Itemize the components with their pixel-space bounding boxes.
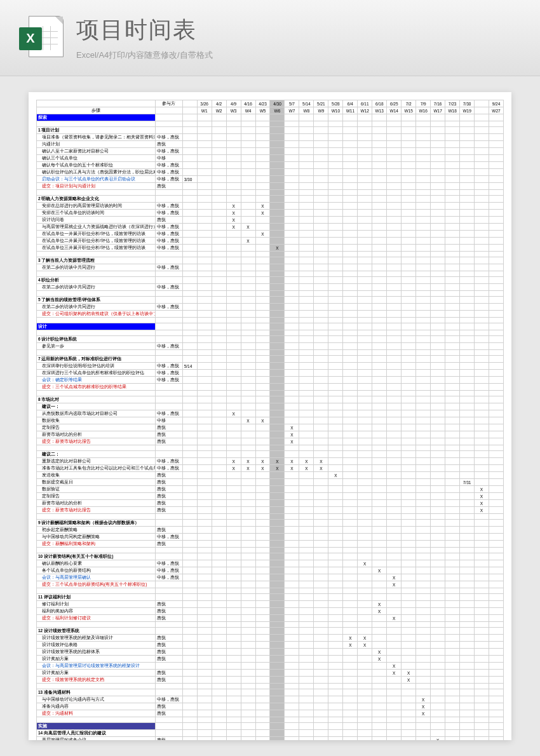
- week-cell: [475, 169, 489, 176]
- task-label: 与中国移动共同构定薪酬策略: [37, 534, 156, 541]
- week-cell: [475, 424, 489, 431]
- week-cell: X: [255, 231, 270, 238]
- section-heading: 13 准备沟通材料: [37, 689, 156, 696]
- week-cell: [285, 224, 299, 231]
- week-cell: [416, 601, 431, 608]
- week-cell: [460, 224, 475, 231]
- table-row: [37, 190, 504, 196]
- week-cell: [402, 210, 416, 217]
- week-cell: [431, 311, 445, 318]
- week-cell: [197, 534, 212, 541]
- week-cell: [212, 479, 226, 486]
- week-cell: [460, 384, 475, 391]
- week-cell: [489, 472, 504, 479]
- week-cell: [314, 635, 328, 642]
- table-row: 确认每个试点单位的五十个标准职位中移，惠悦: [37, 162, 504, 169]
- week-cell: [358, 615, 372, 622]
- week-cell: [358, 343, 372, 350]
- week-cell: [387, 410, 402, 417]
- week-cell: [372, 203, 387, 210]
- week-cell: [431, 479, 445, 486]
- week-cell: [475, 431, 489, 438]
- week-cell: [431, 493, 445, 500]
- week-cell: [445, 615, 460, 622]
- week-cell: [314, 500, 328, 507]
- week-cell: [416, 203, 431, 210]
- week-cell: [402, 635, 416, 642]
- week-cell: [328, 615, 343, 622]
- date-cell: [182, 710, 197, 717]
- week-cell: [197, 493, 212, 500]
- week-cell: [460, 148, 475, 155]
- week-cell: [226, 238, 241, 245]
- week-cell: [270, 210, 285, 217]
- week-cell: [489, 183, 504, 190]
- week-cell: [402, 203, 416, 210]
- week-cell: [489, 343, 504, 350]
- week-cell: [285, 534, 299, 541]
- week-cell: [475, 210, 489, 217]
- week-cell: [460, 238, 475, 245]
- section-heading: 4 职位分析: [37, 277, 156, 284]
- week-cell: [489, 574, 504, 581]
- week-cell: [197, 615, 212, 622]
- week-cell: [475, 574, 489, 581]
- week-cell: [475, 217, 489, 224]
- week-cell: [343, 541, 358, 548]
- week-cell: [299, 431, 314, 438]
- week-cell: [489, 217, 504, 224]
- week-cell: [358, 231, 372, 238]
- week-cell: [241, 567, 255, 574]
- week-cell: [489, 642, 504, 649]
- week-cell: [489, 424, 504, 431]
- week-cell: [402, 141, 416, 148]
- week-cell: [372, 343, 387, 350]
- week-cell: [212, 264, 226, 271]
- week-cell: [402, 663, 416, 670]
- week-cell: [328, 148, 343, 155]
- week-cell: [431, 370, 445, 377]
- week-cell: [358, 304, 372, 311]
- week-cell: [460, 311, 475, 318]
- week-cell: [402, 615, 416, 622]
- week-cell: [460, 176, 475, 183]
- week-cell: [402, 403, 416, 410]
- week-cell: [328, 231, 343, 238]
- week-cell: X: [285, 465, 299, 472]
- week-cell: [314, 210, 328, 217]
- week-cell: [343, 134, 358, 141]
- week-cell: [445, 245, 460, 252]
- task-label: 会议：与高层管理层讨论绩效管理系统的框架设计: [37, 663, 156, 670]
- week-cell: [226, 534, 241, 541]
- week-cell: [489, 656, 504, 663]
- week-cell: [314, 710, 328, 717]
- week-cell: [475, 649, 489, 656]
- week-cell: [445, 210, 460, 217]
- week-cell: [387, 465, 402, 472]
- week-cell: [445, 384, 460, 391]
- week-cell: [402, 458, 416, 465]
- week-cell: [431, 169, 445, 176]
- date-header: 7/30: [460, 100, 475, 107]
- week-cell: [226, 677, 241, 684]
- week-cell: [299, 224, 314, 231]
- week-cell: [475, 148, 489, 155]
- week-cell: [299, 363, 314, 370]
- week-cell: [212, 507, 226, 514]
- week-cell: [299, 635, 314, 642]
- week-cell: [226, 134, 241, 141]
- week-cell: [475, 363, 489, 370]
- week-cell: [416, 231, 431, 238]
- week-cell: [241, 403, 255, 410]
- week-cell: [314, 377, 328, 384]
- week-cell: [241, 424, 255, 431]
- week-cell: [255, 737, 270, 741]
- week-cell: [343, 238, 358, 245]
- table-row: 准备市场比对工具集包含比对公司以比对公司和三个试点单位中移，惠悦XXXXXXX: [37, 465, 504, 472]
- week-cell: [328, 343, 343, 350]
- table-row: 3 了解当前人力资源管理流程: [37, 257, 504, 264]
- week-cell: [387, 737, 402, 741]
- week-cell: [489, 615, 504, 622]
- date-cell: [182, 649, 197, 656]
- week-cell: [255, 696, 270, 703]
